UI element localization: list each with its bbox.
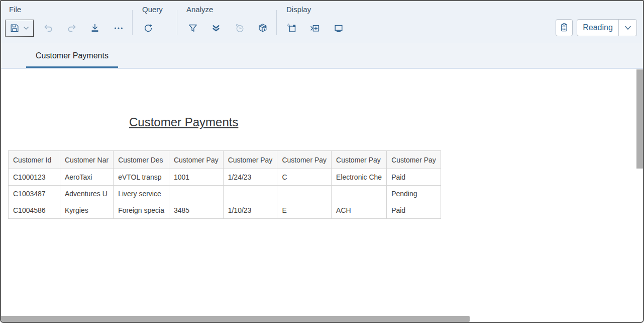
floppy-disk-icon [10,23,20,33]
download-icon [89,23,100,34]
table-cell[interactable]: 3485 [169,202,223,219]
table-cell[interactable]: 1/24/23 [223,169,277,186]
tab-customer-payments[interactable]: Customer Payments [26,43,118,68]
tab-label: Customer Payments [36,51,109,60]
app-window: File Query Analyze Display [0,0,644,323]
double-chevron-down-icon [210,23,222,34]
table-cell[interactable]: Electronic Che [332,169,387,186]
clipboard-button[interactable] [556,19,573,36]
header-cell[interactable]: Customer Pay [277,151,332,169]
new-window-sparkle-icon [286,23,297,34]
vertical-scrollbar-thumb[interactable] [636,69,643,169]
overflow-dots-icon [113,23,124,34]
horizontal-scrollbar-thumb[interactable] [1,316,470,322]
cube-button[interactable] [254,19,272,37]
chevron-down-icon [23,26,29,30]
toolbar-separator [132,10,133,35]
save-button[interactable] [5,20,34,37]
table-cell[interactable]: Livery service [114,186,169,202]
undo-arrow-icon [43,23,54,34]
table-cell[interactable]: Kyrgies [60,202,114,219]
table-header-row: Customer Id Customer Nar Customer Des Cu… [9,151,441,169]
table-cell[interactable]: 1001 [169,169,223,186]
page-title: Customer Payments [129,115,238,130]
table-cell[interactable]: Foreign specia [114,202,169,219]
table-cell[interactable]: Paid [387,169,441,186]
horizontal-scrollbar [1,315,643,322]
toolbar-group-label-analyze: Analyze [186,5,213,14]
header-cell[interactable]: Customer Des [114,151,169,169]
undo-button[interactable] [39,19,57,37]
toolbar: File Query Analyze Display [1,1,643,43]
tab-bar: Customer Payments [1,43,643,69]
table-cell[interactable]: Adventures U [60,186,114,202]
table-cell[interactable]: AeroTaxi [60,169,114,186]
table-cell[interactable]: C1003487 [9,186,60,202]
toolbar-separator [177,10,177,35]
header-cell[interactable]: Customer Nar [60,151,114,169]
redo-button[interactable] [63,19,81,37]
insert-box-plus-icon [309,23,320,34]
toolbar-group-label-display: Display [286,5,311,14]
redo-arrow-icon [66,23,77,34]
display-mode-caret[interactable] [618,20,636,36]
history-clock-icon [234,23,245,34]
header-cell[interactable]: Customer Pay [223,151,277,169]
toolbar-separator [276,10,277,35]
display-mode-label: Reading [577,23,618,32]
monitor-icon [333,23,344,34]
toolbar-group-label-file: File [9,5,21,14]
download-button[interactable] [86,19,104,37]
toolbar-group-label-query: Query [142,5,163,14]
table-cell[interactable] [277,186,332,202]
table-cell[interactable]: Paid [387,202,441,219]
table-cell[interactable] [332,186,387,202]
insert-component-button[interactable] [306,19,324,37]
header-cell[interactable]: Customer Pay [332,151,387,169]
screen-button[interactable] [330,19,348,37]
table-cell[interactable]: C [277,169,332,186]
vertical-scrollbar [636,69,643,315]
filter-button[interactable] [184,19,202,37]
chevron-down-icon [624,26,631,30]
table-cell[interactable]: 1/10/23 [223,202,277,219]
table-cell[interactable]: Pending [387,186,441,202]
table-row: C1003487 Adventures U Livery service Pen… [9,186,441,202]
history-button[interactable] [231,19,249,37]
table-row: C1004586 Kyrgies Foreign specia 3485 1/1… [9,202,441,219]
header-cell[interactable]: Customer Id [9,151,60,169]
cube-icon [257,23,268,34]
header-cell[interactable]: Customer Pay [387,151,441,169]
table-cell[interactable]: E [277,202,332,219]
table-cell[interactable] [169,186,223,202]
table-row: C1000123 AeroTaxi eVTOL transp 1001 1/24… [9,169,441,186]
more-actions-button[interactable] [110,19,128,37]
header-cell[interactable]: Customer Pay [169,151,223,169]
refresh-icon [143,23,154,34]
display-mode-button[interactable]: Reading [577,19,637,36]
new-view-button[interactable] [283,19,301,37]
drilldown-button[interactable] [207,19,225,37]
table-cell[interactable]: C1004586 [9,202,60,219]
filter-funnel-icon [187,23,198,34]
table-cell[interactable]: ACH [332,202,387,219]
table-cell[interactable]: C1000123 [9,169,60,186]
refresh-button[interactable] [139,19,157,37]
table-cell[interactable]: eVTOL transp [114,169,169,186]
table-cell[interactable] [223,186,277,202]
clipboard-list-icon [559,22,570,33]
payments-table: Customer Id Customer Nar Customer Des Cu… [8,150,441,219]
